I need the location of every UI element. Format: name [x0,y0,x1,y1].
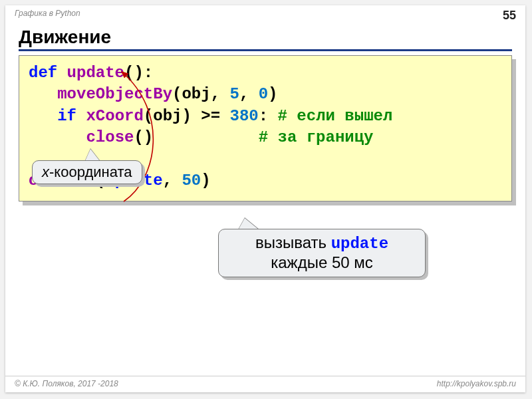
t: () [134,128,153,146]
indent [29,128,86,146]
t: : [259,107,278,125]
indent [29,107,57,125]
arg-obj: obj [153,107,182,125]
t: ) [201,172,210,190]
course-name: Графика в Python [15,9,80,23]
callout-rest: -координата [49,164,132,180]
t: , [163,172,182,190]
comment-1: # если вышел [278,107,393,125]
callout-xcoord: x-координата [32,160,142,184]
num-0: 0 [259,85,268,103]
num-5: 5 [229,85,239,103]
fn-xcoord: xCoord [86,107,143,125]
footer-url: http://kpolyakov.spb.ru [437,379,516,388]
t: , [239,85,259,103]
num-50: 50 [182,172,201,190]
copyright: © К.Ю. Поляков, 2017 -2018 [15,379,118,388]
slide-footer: © К.Ю. Поляков, 2017 -2018 http://kpolya… [5,376,525,392]
t: ) [268,85,277,103]
fn-moveobjectby: moveObjectBy [57,85,172,103]
page-number: 55 [503,9,516,23]
fn-update-def: update [67,64,124,82]
t: ( [172,85,182,103]
arg-obj: obj [182,85,210,103]
t: (): [124,64,153,82]
callout2-update: update [331,235,388,253]
t: , [211,85,230,103]
indent [29,85,57,103]
comment-2: # за границу [259,128,374,146]
slide-title: Движение [19,27,512,51]
callout2-line2: каждые 50 мс [271,253,373,271]
callout-x: x [42,164,49,180]
num-380: 380 [230,107,259,125]
op-gte: >= [201,107,229,125]
kw-def: def [29,64,67,82]
t: ) [182,107,201,125]
t: ( [144,107,153,125]
kw-if: if [57,107,86,125]
pad [153,128,258,146]
slide: Графика в Python 55 Движение def update(… [5,5,525,392]
callout2-line1a: вызывать [255,233,331,251]
callout-ontimer: вызывать update каждые 50 мс [218,229,426,277]
callout-tail-icon [85,149,100,161]
fn-close: close [86,128,134,146]
slide-header: Графика в Python 55 [5,5,525,23]
